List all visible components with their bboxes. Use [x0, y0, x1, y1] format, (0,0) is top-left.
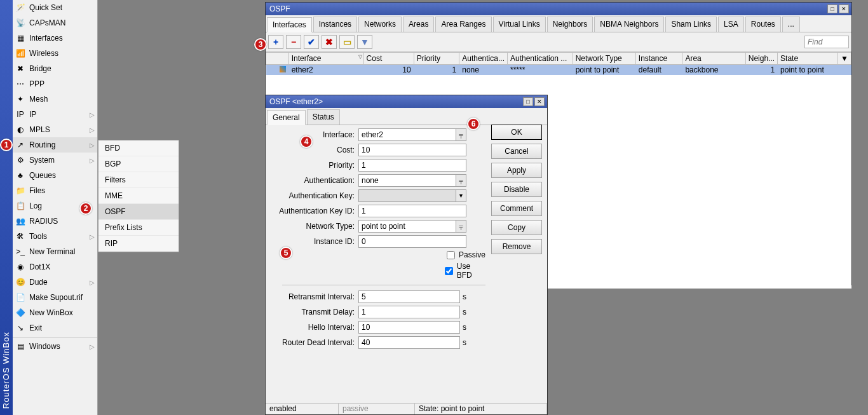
- menu-item-system[interactable]: ⚙System▷: [13, 153, 97, 168]
- tab-networks[interactable]: Networks: [358, 17, 402, 32]
- comment-button[interactable]: Comment: [491, 201, 542, 216]
- submenu-arrow-icon: ▷: [90, 111, 95, 118]
- column-header[interactable]: Network Type: [573, 53, 635, 65]
- submenu-item-filters[interactable]: Filters: [98, 172, 179, 188]
- menu-item-ppp[interactable]: ⋯PPP: [13, 76, 97, 92]
- menu-item-routing[interactable]: ↗Routing▷: [13, 137, 97, 153]
- cancel-button[interactable]: Cancel: [491, 144, 542, 159]
- dialog-close-button[interactable]: ✕: [534, 97, 545, 106]
- ospf-toolbar: + − ✔ ✖ ▭ ▼: [266, 32, 851, 52]
- submenu-item-rip[interactable]: RIP: [98, 236, 179, 252]
- submenu-item-prefix-lists[interactable]: Prefix Lists: [98, 220, 179, 236]
- txdelay-input[interactable]: [358, 306, 460, 318]
- column-header[interactable]: Priority: [414, 53, 459, 65]
- close-button[interactable]: ✕: [839, 4, 849, 13]
- ntype-dropdown-icon[interactable]: ╤: [456, 220, 466, 233]
- menu-item-make-supout-rif[interactable]: 📄Make Supout.rif: [13, 290, 97, 305]
- apply-button[interactable]: Apply: [491, 163, 542, 178]
- ospf-title-bar[interactable]: OSPF □ ✕: [266, 3, 851, 15]
- menu-item-mpls[interactable]: ◐MPLS▷: [13, 122, 97, 137]
- column-header[interactable]: Interface▽: [288, 53, 363, 65]
- authkey-expand-icon[interactable]: ▼: [456, 189, 466, 202]
- menu-item-new-terminal[interactable]: >_New Terminal: [13, 244, 97, 259]
- priority-input[interactable]: [358, 159, 466, 172]
- menu-item-dude[interactable]: 😊Dude▷: [13, 275, 97, 290]
- add-button[interactable]: +: [268, 35, 283, 49]
- submenu-item-bgp[interactable]: BGP: [98, 156, 179, 172]
- cost-input[interactable]: [358, 144, 466, 156]
- tab-sham-links[interactable]: Sham Links: [665, 17, 717, 32]
- tab-areas[interactable]: Areas: [403, 17, 434, 32]
- menu-item-mesh[interactable]: ✦Mesh: [13, 92, 97, 107]
- networktype-input[interactable]: [358, 220, 456, 233]
- menu-item-bridge[interactable]: ✖Bridge: [13, 61, 97, 76]
- tab-virtual-links[interactable]: Virtual Links: [493, 17, 546, 32]
- hello-input[interactable]: [358, 321, 460, 334]
- retransmit-input[interactable]: [358, 290, 460, 303]
- menu-item-capsman[interactable]: 📡CAPsMAN: [13, 15, 97, 31]
- column-header[interactable]: Instance: [635, 53, 682, 65]
- find-input[interactable]: [804, 36, 849, 48]
- menu-item-files[interactable]: 📁Files: [13, 183, 97, 198]
- filter-button[interactable]: ▼: [357, 35, 372, 49]
- auth-dropdown-icon[interactable]: ╤: [456, 174, 466, 187]
- submenu-item-bfd[interactable]: BFD: [98, 140, 179, 156]
- menu-item-quick-set[interactable]: 🪄Quick Set: [13, 0, 97, 15]
- tab-area-ranges[interactable]: Area Ranges: [435, 17, 491, 32]
- menu-item-new-winbox[interactable]: 🔷New WinBox: [13, 305, 97, 320]
- tab-routes[interactable]: Routes: [745, 17, 781, 32]
- menu-icon: 🛠: [15, 231, 25, 242]
- dialog-tab-status[interactable]: Status: [307, 109, 340, 125]
- column-header[interactable]: State: [778, 53, 838, 65]
- menu-item-windows[interactable]: ▤Windows▷: [13, 339, 97, 354]
- column-header[interactable]: [266, 53, 289, 65]
- menu-item-interfaces[interactable]: ▦Interfaces: [13, 31, 97, 46]
- remove-button[interactable]: −: [286, 35, 301, 49]
- disable-button[interactable]: ✖: [322, 35, 337, 49]
- table-row[interactable]: ether2101none*****point to pointdefaultb…: [266, 65, 851, 76]
- tab-lsa[interactable]: LSA: [718, 17, 744, 32]
- ok-button[interactable]: OK: [491, 125, 542, 140]
- dead-input[interactable]: [358, 336, 460, 349]
- interface-dropdown-icon[interactable]: ╤: [456, 128, 466, 141]
- maximize-button[interactable]: □: [827, 4, 837, 13]
- authkeyid-input[interactable]: [358, 205, 466, 217]
- menu-item-queues[interactable]: ♣Queues: [13, 168, 97, 183]
- submenu-item-ospf[interactable]: OSPF: [98, 204, 179, 220]
- remove-button[interactable]: Remove: [491, 239, 542, 254]
- authkey-input[interactable]: [358, 189, 456, 202]
- passive-checkbox[interactable]: [447, 251, 455, 259]
- dialog-maximize-button[interactable]: □: [523, 97, 533, 106]
- menu-item-radius[interactable]: 👥RADIUS: [13, 214, 97, 229]
- copy-button[interactable]: Copy: [491, 220, 542, 235]
- dialog-tab-general[interactable]: General: [267, 110, 306, 125]
- column-header[interactable]: Authentica...: [459, 53, 508, 65]
- tab-nbma-neighbors[interactable]: NBMA Neighbors: [594, 17, 664, 32]
- enable-button[interactable]: ✔: [304, 35, 319, 49]
- column-header[interactable]: Cost: [363, 53, 414, 65]
- column-header[interactable]: Authentication ...: [507, 53, 573, 65]
- submenu-item-mme[interactable]: MME: [98, 188, 179, 204]
- dialog-title-bar[interactable]: OSPF <ether2> □ ✕: [266, 95, 547, 108]
- column-header[interactable]: Area: [682, 53, 745, 65]
- comment-button[interactable]: ▭: [339, 35, 355, 49]
- tab-instances[interactable]: Instances: [313, 17, 357, 32]
- interface-input[interactable]: [358, 128, 456, 141]
- tab-neighbors[interactable]: Neighbors: [547, 17, 593, 32]
- authentication-input[interactable]: [358, 174, 456, 187]
- tab-interfaces[interactable]: Interfaces: [267, 17, 312, 32]
- menu-label: Dude: [29, 278, 48, 287]
- usebfd-checkbox[interactable]: [445, 267, 453, 275]
- menu-label: Routing: [29, 140, 55, 149]
- column-picker-icon[interactable]: ▼: [838, 53, 851, 65]
- menu-item-dot1x[interactable]: ◉Dot1X: [13, 259, 97, 275]
- tab--[interactable]: ...: [782, 17, 800, 32]
- menu-item-tools[interactable]: 🛠Tools▷: [13, 229, 97, 244]
- menu-item-exit[interactable]: ↘Exit: [13, 320, 97, 336]
- instanceid-input[interactable]: [358, 235, 466, 248]
- menu-item-wireless[interactable]: 📶Wireless: [13, 46, 97, 61]
- menu-item-ip[interactable]: IPIP▷: [13, 107, 97, 122]
- column-header[interactable]: Neigh...: [745, 53, 777, 65]
- menu-label: MPLS: [29, 125, 50, 134]
- disable-button[interactable]: Disable: [491, 182, 542, 197]
